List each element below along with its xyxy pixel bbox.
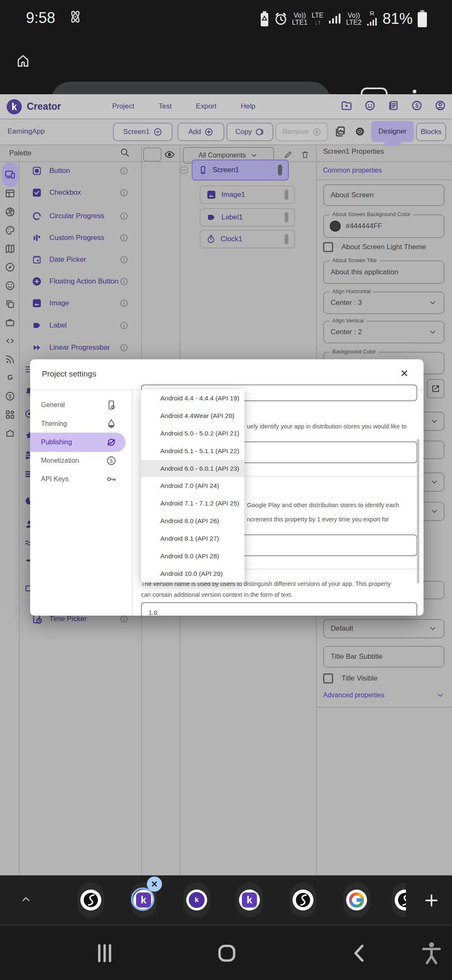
modal-nav-theming[interactable]: Theming [30,417,132,431]
tree-node-label1[interactable]: Label1 [200,208,295,227]
rail-category-code[interactable] [5,335,15,346]
tab-thumbnail[interactable] [290,882,316,918]
open-in-new-button[interactable] [427,379,444,398]
copy-screen-button[interactable]: Copy [226,123,273,141]
account-icon[interactable] [434,100,446,111]
dropdown-option[interactable]: Android 7.1 - 7.1.2 (API 25) [141,495,244,512]
rail-category-rss[interactable] [5,354,15,365]
drag-handle[interactable] [278,165,282,175]
rename-pencil-icon[interactable] [284,150,293,159]
title-visible-checkbox-row[interactable]: Title Visible [323,673,378,683]
settings-gear-icon[interactable] [354,126,366,137]
rail-category-puzzle[interactable] [5,428,15,438]
advanced-properties-link[interactable]: Advanced properties [323,691,444,699]
remove-screen-button[interactable]: Remove [275,123,328,141]
checkbox[interactable] [323,242,333,252]
drag-handle[interactable] [285,212,288,222]
dropdown-option[interactable]: Android 4.4Wear (API 20) [141,407,244,425]
info-icon[interactable] [119,166,128,175]
tab-designer[interactable]: Designer [371,121,414,142]
modal-nav-monetization[interactable]: Monetization$ [30,454,132,468]
back-icon[interactable] [348,941,372,965]
info-icon[interactable] [119,614,128,624]
rail-category-copy[interactable] [5,299,15,309]
theme-select[interactable]: Default [323,619,444,638]
screen-title-field[interactable]: About Screen Title About this applicatio… [323,260,444,284]
rail-category-palette-icon[interactable] [5,225,15,236]
tab-thumbnail[interactable]: k [236,882,263,918]
info-icon[interactable] [119,255,128,264]
dropdown-option[interactable]: Android 9.0 (API 28) [141,547,244,565]
info-icon[interactable] [119,343,128,352]
rail-category-grid[interactable] [5,409,15,420]
viewer-toggle-box[interactable] [143,147,162,162]
palette-item-date-picker[interactable]: Date Picker [25,250,141,269]
info-icon[interactable] [119,299,128,308]
tree-node-screen1[interactable]: Screen1 [192,160,289,181]
drag-handle[interactable] [285,234,288,244]
modal-nav-general[interactable]: General [30,398,132,412]
dropdown-option[interactable]: Android 5.0 - 5.0.2 (API 21) [141,425,244,442]
modal-nav-publishing[interactable]: Publishing [30,435,132,449]
tab-thumbnail[interactable] [343,882,370,918]
checkbox[interactable] [323,673,333,683]
folder-star-icon[interactable] [341,100,352,111]
align-horizontal-select[interactable]: Align Horizontal Center : 3 [323,291,444,314]
version-name-input[interactable]: 1.0 [141,602,417,616]
modal-nav-api-keys[interactable]: API Keys [30,472,132,486]
tab-thumbnail[interactable] [77,882,104,918]
new-tab-plus-icon[interactable] [424,892,439,908]
tab-blocks[interactable]: Blocks [416,123,446,141]
rail-category-shutter[interactable] [5,206,15,217]
about-bg-color-field[interactable]: About Screen Background Color #444444FF [323,214,444,238]
palette-item-button[interactable]: Button [25,162,141,180]
rail-category-g[interactable]: G [5,372,15,383]
tree-node-clock1[interactable]: Clock1 [200,230,295,248]
rail-category-dollar[interactable]: $ [5,391,15,402]
eye-icon[interactable] [164,149,175,160]
info-icon[interactable] [119,277,128,286]
dropdown-option[interactable]: Android 10.0 (API 29) [141,565,244,583]
align-vertical-select[interactable]: Align Vertical Center : 2 [323,321,444,343]
delete-trash-icon[interactable] [300,150,310,159]
title-bar-subtitle-input[interactable]: Title Bar Subtitle [323,646,444,668]
dropdown-option[interactable]: Android 8.0 (API 26) [141,512,244,530]
rail-category-compass[interactable] [5,262,15,273]
palette-item-linear-progressbar[interactable]: Linear Progressbar [25,338,141,357]
common-properties-link[interactable]: Common properties [323,167,382,174]
palette-item-image[interactable]: Image [25,294,141,312]
rail-category-map[interactable] [5,243,15,254]
tree-node-image1[interactable]: Image1 [200,186,295,204]
palette-item-custom-progress[interactable]: Custom Progress [25,229,141,247]
rail-category-selected[interactable] [2,162,18,187]
menu-project[interactable]: Project [112,102,134,111]
info-icon[interactable] [119,321,128,330]
info-icon[interactable] [119,211,128,221]
dropdown-option[interactable]: Android 4.4 - 4.4.4 (API 19) [141,389,244,407]
tab-thumbnail[interactable]: k [183,882,210,918]
menu-help[interactable]: Help [241,102,255,111]
search-icon[interactable] [120,147,130,157]
palette-item-circular-progress[interactable]: Circular Progress [25,207,141,225]
community-icon[interactable] [364,100,376,111]
dropdown-option[interactable]: Android 5.1 - 5.1.1 (API 22) [141,442,244,460]
coin-icon[interactable]: $ [411,100,423,111]
info-icon[interactable] [119,188,128,197]
menu-test[interactable]: Test [159,102,172,111]
drag-handle[interactable] [285,190,288,200]
screen-selector-button[interactable]: Screen1 [113,123,172,141]
dropdown-option[interactable]: Android 8.1 (API 27) [141,530,244,547]
menu-export[interactable]: Export [196,102,216,111]
info-icon[interactable] [119,233,128,242]
palette-item-label[interactable]: Label [25,316,141,335]
close-icon[interactable]: ✕ [400,368,408,379]
rail-category-social[interactable] [5,280,15,291]
recents-icon[interactable] [93,941,116,965]
home-icon[interactable] [16,54,30,68]
accessibility-icon[interactable] [419,940,444,966]
docs-icon[interactable] [388,100,399,111]
palette-item-checkbox[interactable]: Checkbox [25,183,141,202]
palette-item-floating-action-button[interactable]: Floating Action Button [25,272,141,291]
home-nav-icon[interactable] [215,941,239,965]
rail-category-briefcase[interactable] [5,317,15,328]
